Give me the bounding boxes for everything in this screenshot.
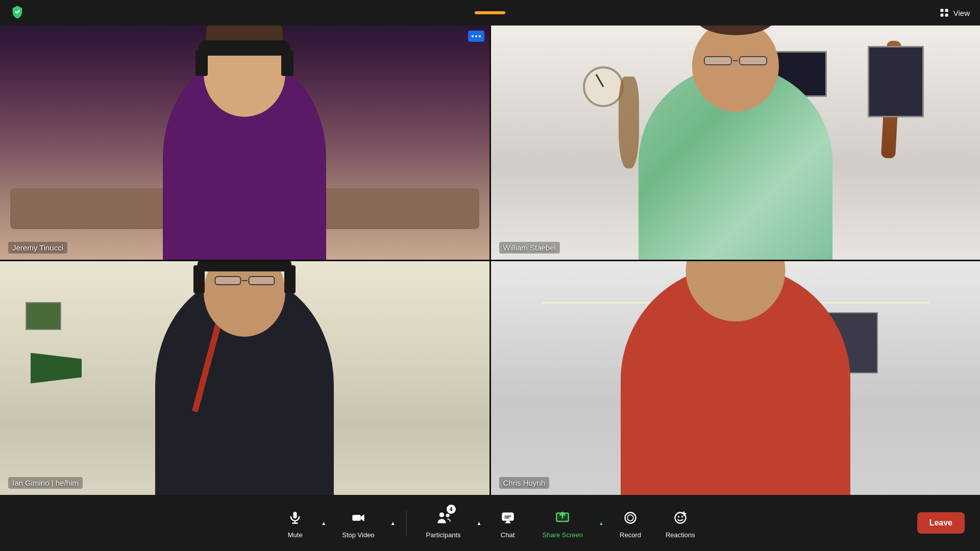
dot-1 [472,35,474,37]
participants-icon-wrap: 4 [433,508,454,528]
share-screen-icon [555,511,570,525]
svg-rect-0 [940,9,943,12]
video-tile-jeremy: Jeremy Tinucci [0,26,489,260]
video-icon-wrap [348,508,369,528]
dot-3 [479,35,481,37]
video-caret[interactable]: ▲ [389,513,397,533]
svg-rect-10 [502,512,513,520]
mute-icon-wrap [285,508,305,528]
mute-caret[interactable]: ▲ [320,513,328,533]
shield-icon [10,5,24,21]
svg-rect-1 [945,9,948,12]
headphones-arc [199,40,290,56]
svg-point-8 [439,512,444,517]
toolbar-divider-1 [406,510,407,536]
mute-label: Mute [288,531,303,539]
mute-button[interactable]: Mute [275,504,315,543]
reactions-icon [673,511,688,525]
svg-point-18 [678,515,680,517]
guitar [619,77,639,168]
participants-button[interactable]: 4 Participants [416,504,471,543]
svg-point-16 [627,515,633,521]
svg-point-15 [625,512,635,523]
view-label: View [953,9,970,17]
leave-button[interactable]: Leave [917,512,965,534]
record-label: Record [620,531,641,539]
camera-icon [351,511,365,525]
video-tile-chris: Chris Huynh [491,261,981,495]
clock [583,66,624,107]
participant-name-ian: Ian Gimino | he/him [8,477,83,489]
headphones-left-3 [193,265,205,293]
video-bg-3 [0,261,489,495]
small-frame [26,302,61,330]
chat-label: Chat [501,531,514,539]
record-button[interactable]: Record [609,504,651,543]
headphones-arc-3 [198,261,292,272]
toolbar: Mute ▲ Stop Video ▲ [0,495,980,551]
svg-rect-7 [352,515,360,521]
headphones-right-3 [284,265,296,293]
svg-point-9 [446,513,449,517]
top-bar: View [0,0,980,26]
reactions-label: Reactions [666,531,695,539]
record-icon [623,511,638,525]
share-screen-label: Share Screen [543,531,583,539]
headphones-right [281,51,293,76]
more-options-button[interactable] [468,31,484,42]
glasses-3 [205,276,284,286]
video-label: Stop Video [342,531,374,539]
dot-2 [475,35,477,37]
video-bg-1 [0,26,489,260]
share-screen-icon-wrap [552,508,573,528]
svg-rect-4 [293,512,297,518]
svg-point-19 [681,515,683,517]
chat-button[interactable]: Chat [487,504,528,543]
stop-video-button[interactable]: Stop Video [332,504,384,543]
chat-icon-wrap [498,508,518,528]
svg-rect-3 [945,14,948,17]
participant-name-chris: Chris Huynh [499,477,550,489]
share-screen-button[interactable]: Share Screen [532,504,594,543]
share-caret[interactable]: ▲ [597,513,605,533]
glasses-2 [697,56,774,66]
participants-caret[interactable]: ▲ [475,513,483,533]
toolbar-center: Mute ▲ Stop Video ▲ [275,504,705,543]
reactions-icon-wrap [670,508,691,528]
video-grid: Jeremy Tinucci [0,26,980,495]
reactions-button[interactable]: Reactions [655,504,705,543]
participant-name-jeremy: Jeremy Tinucci [8,242,67,254]
participant-name-william: William Staebel [499,242,560,254]
meeting-timer-bar [475,11,505,14]
meeting-controls-top [475,0,505,26]
view-button[interactable]: View [939,8,970,18]
video-bg-4 [491,261,981,495]
microphone-icon [288,511,302,525]
clock-hand [595,74,604,87]
video-bg-2 [491,26,981,260]
headphones-left [195,51,208,76]
video-tile-william: William Staebel [491,26,981,260]
video-tile-ian: Ian Gimino | he/him [0,261,489,495]
chat-icon [501,511,515,525]
record-icon-wrap [620,508,641,528]
svg-rect-2 [940,14,943,17]
photo-frame-2 [868,46,924,117]
participants-count: 4 [447,505,456,514]
participants-label: Participants [426,531,461,539]
